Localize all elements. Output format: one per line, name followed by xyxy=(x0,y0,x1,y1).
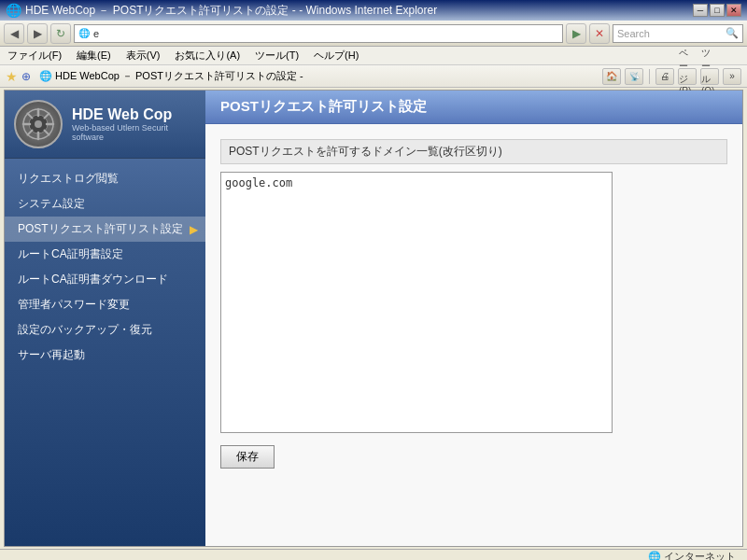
sidebar-item-backup-restore[interactable]: 設定のバックアップ・復元 xyxy=(5,317,205,343)
logo-icon xyxy=(14,100,63,148)
ie-toolbar: ◀ ▶ ↻ 🌐 e ▶ ✕ Search 🔍 xyxy=(0,21,747,47)
window-title: HDE WebCop － POSTリクエスト許可リストの設定 - - Windo… xyxy=(25,3,437,19)
menu-file[interactable]: ファイル(F) xyxy=(4,48,65,63)
content-area: POSTリクエスト許可リスト設定 POSTリクエストを許可するドメイン一覧(改行… xyxy=(205,91,742,546)
refresh-button[interactable]: ↻ xyxy=(50,23,71,44)
stop-icon: ✕ xyxy=(595,27,604,40)
nav-item-label-post-request: POSTリクエスト許可リスト設定 xyxy=(18,221,183,237)
nav-item-label-root-ca-settings: ルートCA証明書設定 xyxy=(18,246,123,262)
expand-icon: » xyxy=(729,71,735,81)
logo-subtitle: Web-based Utlern Securit software xyxy=(72,123,196,142)
nav-item-label-server-restart: サーバ再起動 xyxy=(18,347,85,363)
title-bar-buttons: ─ □ ✕ xyxy=(693,4,741,17)
tools-dropdown-button[interactable]: ツール(Q) ▾ xyxy=(700,68,719,85)
sidebar-item-request-log[interactable]: リクエストログ閲覧 xyxy=(5,166,205,191)
search-bar[interactable]: Search 🔍 xyxy=(613,24,743,43)
nav-item-label-system-settings: システム設定 xyxy=(18,196,85,212)
ie-icons-right: 🏠 📡 🖨 ページ(P) ▾ ツール(Q) ▾ » xyxy=(602,68,741,85)
status-bar: 🌐 インターネット xyxy=(0,549,747,560)
stop-button[interactable]: ✕ xyxy=(589,23,610,44)
sidebar-item-system-settings[interactable]: システム設定 xyxy=(5,191,205,217)
address-text: e xyxy=(93,28,558,39)
menu-view[interactable]: 表示(V) xyxy=(122,48,164,63)
forward-button[interactable]: ▶ xyxy=(27,23,48,44)
section-label: POSTリクエストを許可するドメイン一覧(改行区切り) xyxy=(220,139,727,164)
sidebar-item-server-restart[interactable]: サーバ再起動 xyxy=(5,343,205,368)
address-bar[interactable]: 🌐 e xyxy=(74,24,563,43)
back-icon: ◀ xyxy=(10,27,19,40)
address-icon: 🌐 xyxy=(78,28,90,38)
back-button[interactable]: ◀ xyxy=(4,23,24,44)
sidebar-item-post-request[interactable]: POSTリクエスト許可リスト設定 xyxy=(5,217,205,242)
print-icon: 🖨 xyxy=(660,71,669,81)
logo-title: HDE Web Cop xyxy=(72,106,196,123)
page-title: POSTリクエスト許可リスト設定 xyxy=(220,98,427,114)
go-button[interactable]: ▶ xyxy=(566,23,586,44)
title-bar-left: 🌐 HDE WebCop － POSTリクエスト許可リストの設定 - - Win… xyxy=(6,3,437,19)
home-icon: 🏠 xyxy=(606,71,617,81)
menu-bar: ファイル(F) 編集(E) 表示(V) お気に入り(A) ツール(T) ヘルプ(… xyxy=(0,47,747,65)
security-zone: 🌐 インターネット xyxy=(648,550,743,560)
maximize-button[interactable]: □ xyxy=(710,4,725,17)
add-favorites-icon[interactable]: ⊕ xyxy=(21,70,31,83)
menu-favorites[interactable]: お気に入り(A) xyxy=(171,48,244,63)
print-button[interactable]: 🖨 xyxy=(655,68,674,85)
sidebar: HDE Web Cop Web-based Utlern Securit sof… xyxy=(5,91,205,546)
sidebar-item-admin-password[interactable]: 管理者パスワード変更 xyxy=(5,292,205,317)
sidebar-logo: HDE Web Cop Web-based Utlern Securit sof… xyxy=(5,91,205,159)
refresh-icon: ↻ xyxy=(56,27,65,40)
content-body: POSTリクエストを許可するドメイン一覧(改行区切り) google.com 保… xyxy=(205,124,742,546)
sidebar-nav: リクエストログ閲覧 システム設定 POSTリクエスト許可リスト設定 ルートCA証… xyxy=(5,159,205,375)
main-wrapper: HDE Web Cop Web-based Utlern Securit sof… xyxy=(4,90,743,547)
minimize-button[interactable]: ─ xyxy=(693,4,708,17)
expand-button[interactable]: » xyxy=(723,68,741,85)
favorites-tab-link[interactable]: 🌐 HDE WebCop － POSTリクエスト許可リストの設定 - xyxy=(35,67,308,85)
toolbar-separator xyxy=(649,69,650,84)
menu-help[interactable]: ヘルプ(H) xyxy=(310,48,362,63)
go-icon: ▶ xyxy=(572,27,581,40)
logo-text-area: HDE Web Cop Web-based Utlern Securit sof… xyxy=(72,106,196,142)
domain-textarea[interactable]: google.com xyxy=(220,172,613,433)
nav-item-label-request-log: リクエストログ閲覧 xyxy=(18,171,119,187)
close-button[interactable]: ✕ xyxy=(726,4,741,17)
nav-item-label-admin-password: 管理者パスワード変更 xyxy=(18,297,130,313)
forward-icon: ▶ xyxy=(34,27,42,40)
title-bar: 🌐 HDE WebCop － POSTリクエスト許可リストの設定 - - Win… xyxy=(0,0,747,21)
nav-item-label-root-ca-download: ルートCA証明書ダウンロード xyxy=(18,272,168,287)
nav-item-label-backup-restore: 設定のバックアップ・復元 xyxy=(18,322,152,338)
search-placeholder-text: Search xyxy=(617,28,650,39)
search-icon: 🔍 xyxy=(726,27,739,39)
content-header: POSTリクエスト許可リスト設定 xyxy=(205,91,742,124)
menu-edit[interactable]: 編集(E) xyxy=(73,48,115,63)
page-favicon: 🌐 xyxy=(39,70,52,82)
gear-star-icon xyxy=(21,107,55,141)
sidebar-item-root-ca-settings[interactable]: ルートCA証明書設定 xyxy=(5,242,205,267)
rss-button[interactable]: 📡 xyxy=(625,68,643,85)
home-button[interactable]: 🏠 xyxy=(602,68,621,85)
page-dropdown-button[interactable]: ページ(P) ▾ xyxy=(678,68,697,85)
favorites-tab-label: HDE WebCop － POSTリクエスト許可リストの設定 - xyxy=(55,69,303,83)
menu-tools[interactable]: ツール(T) xyxy=(251,48,303,63)
save-button[interactable]: 保存 xyxy=(220,445,275,469)
favorites-star-icon: ★ xyxy=(6,69,18,84)
ie-logo-icon: 🌐 xyxy=(6,3,21,18)
sidebar-item-root-ca-download[interactable]: ルートCA証明書ダウンロード xyxy=(5,267,205,292)
favorites-bar: ★ ⊕ 🌐 HDE WebCop － POSTリクエスト許可リストの設定 - 🏠… xyxy=(0,65,747,88)
svg-point-2 xyxy=(35,120,42,128)
rss-icon: 📡 xyxy=(629,72,640,81)
